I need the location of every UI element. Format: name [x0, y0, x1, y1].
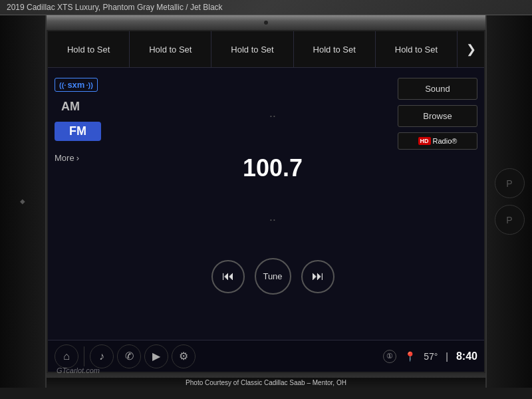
sxm-label: sxm — [67, 80, 84, 90]
frequency-display: 100.7 — [243, 154, 303, 182]
preset-btn-1[interactable]: Hold to Set — [48, 31, 130, 67]
left-panel-decoration: ◆ — [19, 198, 27, 206]
music-icon: ♪ — [99, 350, 104, 362]
right-panel-icon-2: P — [506, 215, 512, 225]
channel-indicator: ① — [383, 350, 396, 363]
prev-track-button[interactable]: ⏮ — [211, 260, 245, 293]
temperature-display: 57° — [424, 351, 438, 362]
music-nav-button[interactable]: ♪ — [90, 344, 114, 368]
channel-number: ① — [386, 352, 393, 360]
right-column: Sound Browse HD Radio® — [398, 74, 477, 333]
controls-row: ⏮ Tune ⏭ — [211, 258, 334, 295]
preset-btn-4[interactable]: Hold to Set — [294, 31, 376, 67]
hd-radio-label: Radio® — [433, 137, 458, 145]
header-bar: 2019 Cadillac XTS Luxury, Phantom Gray M… — [0, 0, 532, 15]
main-container: ◆ Hold to Set Hold to Set Hold to Set Ho… — [0, 15, 532, 388]
camera-dot — [264, 21, 268, 25]
left-side-panel: ◆ — [0, 15, 47, 388]
infotainment-screen: Hold to Set Hold to Set Hold to Set Hold… — [47, 30, 485, 373]
tune-button[interactable]: Tune — [255, 258, 291, 295]
left-column: ((· sxm ·)) AM FM More › — [55, 74, 148, 333]
next-track-icon: ⏭ — [312, 269, 324, 283]
dot-indicator-bottom: • • — [270, 217, 275, 223]
nav-arrow-icon: ▶ — [152, 350, 160, 362]
sxm-waves-icon: ((· — [59, 81, 66, 89]
phone-nav-button[interactable]: ✆ — [117, 344, 141, 368]
more-label: More — [55, 153, 74, 163]
photo-credit: Photo Courtesy of Classic Cadillac Saab … — [47, 378, 485, 388]
sxm-logo: ((· sxm ·)) — [55, 78, 98, 92]
hd-badge: HD — [418, 137, 431, 145]
preset-row: Hold to Set Hold to Set Hold to Set Hold… — [48, 31, 484, 68]
next-track-button[interactable]: ⏭ — [301, 260, 334, 293]
preset-next-button[interactable]: ❯ — [458, 31, 484, 67]
nav-left: ⌂ ♪ ✆ ▶ ⚙ — [55, 344, 196, 368]
dot-indicator-top: • • — [270, 113, 275, 119]
browse-button[interactable]: Browse — [398, 105, 477, 127]
time-display: 8:40 — [456, 350, 477, 362]
preset-btn-5[interactable]: Hold to Set — [376, 31, 458, 67]
right-panel-icon: P — [506, 178, 512, 189]
nav-divider-1 — [84, 346, 84, 366]
top-bezel — [47, 15, 485, 30]
nav-bar: ⌂ ♪ ✆ ▶ ⚙ — [48, 340, 484, 372]
hd-radio-button[interactable]: HD Radio® — [398, 132, 477, 150]
am-mode-button[interactable]: AM — [55, 97, 86, 116]
tune-label: Tune — [263, 271, 282, 281]
prev-track-icon: ⏮ — [222, 269, 234, 283]
more-button[interactable]: More › — [55, 153, 79, 163]
screen-wrapper: Hold to Set Hold to Set Hold to Set Hold… — [47, 15, 485, 388]
settings-nav-button[interactable]: ⚙ — [172, 344, 196, 368]
preset-btn-2[interactable]: Hold to Set — [130, 31, 211, 67]
location-icon: 📍 — [404, 351, 416, 362]
nav-right: ① 📍 57° | 8:40 — [383, 350, 477, 363]
home-icon: ⌂ — [63, 350, 70, 362]
right-panel-button-2[interactable]: P — [495, 205, 525, 235]
watermark: GTcarlot.com — [57, 366, 100, 374]
right-side-panel: P P — [485, 15, 532, 388]
sxm-waves-right-icon: ·)) — [86, 81, 92, 89]
nav-separator: | — [446, 351, 448, 362]
phone-icon: ✆ — [125, 350, 134, 362]
gear-icon: ⚙ — [179, 350, 188, 362]
radio-content: ((· sxm ·)) AM FM More › • • 100.7 — [48, 68, 484, 340]
fm-mode-button[interactable]: FM — [55, 122, 101, 141]
header-title: 2019 Cadillac XTS Luxury, Phantom Gray M… — [7, 3, 223, 12]
center-column: • • 100.7 • • ⏮ Tune ⏭ — [148, 74, 398, 333]
preset-btn-3[interactable]: Hold to Set — [211, 31, 293, 67]
sound-button[interactable]: Sound — [398, 78, 477, 100]
more-chevron-icon: › — [76, 153, 79, 163]
right-panel-button[interactable]: P — [495, 168, 525, 198]
home-nav-button[interactable]: ⌂ — [55, 344, 78, 368]
navigation-nav-button[interactable]: ▶ — [144, 344, 168, 368]
